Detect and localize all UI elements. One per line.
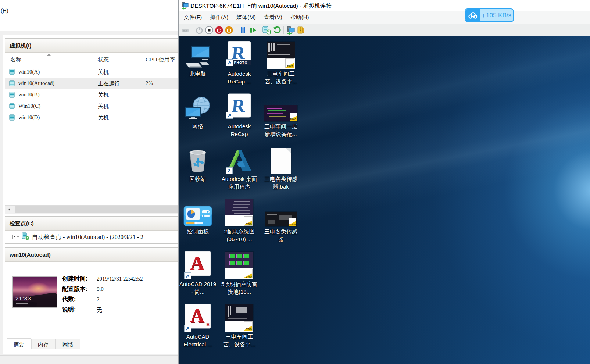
dwg-badge-icon: DWG xyxy=(244,269,253,278)
recycle-bin-icon xyxy=(179,144,217,174)
checkpoint-button[interactable] xyxy=(262,25,272,35)
shut-down-button[interactable] xyxy=(214,25,224,35)
vm-name: win10(Autocad) xyxy=(18,80,54,86)
desktop-icon-label: Autodesk ReCap xyxy=(220,122,258,138)
download-speed: ↓ 105 KB/s xyxy=(480,9,513,21)
checkpoint-current-item[interactable]: 当前 xyxy=(5,242,178,244)
dwg-badge-icon: DWG xyxy=(244,216,253,226)
column-divider[interactable] xyxy=(94,54,94,64)
checkpoint-tree-item[interactable]: 自动检查点 - win10(Autocad) - (2020/3/21 - 2 xyxy=(5,231,178,242)
desktop-icon-this-pc[interactable]: 此电脑 xyxy=(179,39,217,92)
menu-file[interactable]: 文件(F) xyxy=(180,11,206,24)
pause-button[interactable] xyxy=(238,25,248,35)
column-header-status[interactable]: 状态 xyxy=(98,56,109,63)
resume-button[interactable] xyxy=(248,25,258,35)
start-button[interactable] xyxy=(194,25,204,35)
vm-server-icon xyxy=(9,69,15,75)
dwg-preview xyxy=(225,252,253,268)
revert-button[interactable] xyxy=(272,25,282,35)
control-panel-icon xyxy=(179,197,217,226)
vmconnect-titlebar[interactable]: DESKTOP-6K74E1H 上的 win10(Autocad) - 虚拟机连… xyxy=(179,0,590,11)
download-arrow-icon: ↓ xyxy=(482,12,485,19)
desktop-icon-autodesk-recap-photo[interactable]: R PHOTO Autodesk ReCap ... xyxy=(220,39,258,92)
horizontal-scrollbar[interactable] xyxy=(5,205,178,214)
dwg-badge-icon: DWG xyxy=(290,113,297,121)
page-fold xyxy=(286,148,291,153)
tab-memory[interactable]: 内存 xyxy=(31,339,56,349)
menu-view[interactable]: 查看(V) xyxy=(260,11,286,24)
dwg-file-icon: DWG xyxy=(262,39,300,69)
dwg-preview xyxy=(225,199,253,215)
vm-cpu: 2% xyxy=(146,80,153,86)
turn-off-button[interactable] xyxy=(204,25,214,35)
desktop-icon-dwg-distribution-diagram[interactable]: DWG 2配电系统图(06~10) ... xyxy=(220,197,258,250)
desktop-icon-dwg-workshop[interactable]: DWG 三电车间工艺、设备平... xyxy=(220,302,258,355)
vm-screen-thumbnail[interactable]: 21:33 xyxy=(12,276,57,308)
tab-summary[interactable]: 摘要 xyxy=(7,338,31,349)
checkpoints-panel: 检查点(C) 自动检查点 - win10(Autocad) - (2020/3/… xyxy=(5,216,178,244)
column-header-cpu[interactable]: CPU 使用率 xyxy=(146,56,175,63)
vm-status: 关机 xyxy=(98,92,109,99)
detail-row: 配置版本: 9.0 xyxy=(62,285,172,296)
vm-status: 关机 xyxy=(98,103,109,110)
vmconnect-window: DESKTOP-6K74E1H 上的 win10(Autocad) - 虚拟机连… xyxy=(178,0,590,364)
vm-desktop[interactable]: 此电脑 网络 回收站 控制面板 xyxy=(179,36,590,364)
shortcut-arrow-icon xyxy=(226,112,233,118)
desktop-icon-dwg-lighting[interactable]: DWG 5照明插座防雷接地(18... xyxy=(220,250,258,302)
dwg-badge-icon: DWG xyxy=(289,218,296,226)
menu-item-help-fragment[interactable]: (H) xyxy=(1,7,8,14)
table-row-selected[interactable]: win10(Autocad) 正在运行 2% xyxy=(5,78,178,89)
desktop-icon-autocad-electrical[interactable]: AA E AutoCAD Electrical ... xyxy=(179,302,217,355)
table-row[interactable]: win10(A) 关机 xyxy=(5,66,178,78)
scrollbar-thumb[interactable] xyxy=(15,206,178,213)
detail-value: 2 xyxy=(97,296,100,303)
desktop-icon-label: Autodesk ReCap ... xyxy=(220,70,258,85)
desktop-icon-autodesk-desktop-app[interactable]: Autodesk 桌面应用程序 xyxy=(220,144,258,197)
detail-value: 9.0 xyxy=(97,286,104,292)
dwg-badge-icon: DWG xyxy=(244,321,253,331)
dwg-preview xyxy=(225,304,253,321)
desktop-icon-autodesk-recap[interactable]: R Autodesk ReCap xyxy=(220,92,258,144)
virtual-machines-panel-title: 虚拟机(I) xyxy=(5,39,178,53)
menu-media[interactable]: 媒体(M) xyxy=(232,11,260,24)
desktop-icon-label: 三电车间工艺、设备平... xyxy=(220,333,258,348)
desktop-icon-dwg-workshop-plan[interactable]: DWG 三电车间工艺、设备平... xyxy=(262,39,300,92)
detail-row: 说明: 无 xyxy=(62,306,172,316)
column-divider[interactable] xyxy=(142,54,142,64)
desktop-icon-control-panel[interactable]: 控制面板 xyxy=(179,197,217,250)
hyperv-statusbar xyxy=(0,355,178,364)
share-button[interactable] xyxy=(296,25,305,35)
table-row[interactable]: win10(B) 关机 xyxy=(5,89,178,100)
vm-server-icon xyxy=(9,103,15,110)
desktop-icon-autocad-2019[interactable]: AA AutoCAD 2019 - 简... xyxy=(179,250,217,302)
menu-action[interactable]: 操作(A) xyxy=(206,11,232,24)
svg-text:A: A xyxy=(190,305,204,326)
desktop-icon-label: 5照明插座防雷接地(18... xyxy=(220,280,258,296)
menu-help[interactable]: 帮助(H) xyxy=(286,11,313,24)
dwg-file-icon: DWG xyxy=(220,250,258,279)
desktop-icon-recycle-bin[interactable]: 回收站 xyxy=(179,144,217,197)
netdisk-speed-badge[interactable]: ↓ 105 KB/s xyxy=(465,8,514,22)
ctrl-alt-del-button[interactable] xyxy=(180,25,190,35)
desktop-icon-dwg-sensors[interactable]: DWG 三电各类传感器 xyxy=(262,197,300,250)
photo-banner: PHOTO xyxy=(230,60,251,65)
dwg-file-wide-icon: DWG xyxy=(262,92,300,121)
vm-server-icon xyxy=(9,114,15,121)
vm-details-body: 21:33 创建时间: 2019/12/31 22:42:52 配置版本: 9.… xyxy=(5,262,178,340)
enhanced-session-button[interactable] xyxy=(286,25,296,35)
dwg-file-icon: DWG xyxy=(220,302,258,332)
column-header-name[interactable]: 名称 xyxy=(10,56,21,63)
tree-collapse-icon[interactable] xyxy=(12,235,17,239)
scroll-left-button[interactable] xyxy=(5,206,15,214)
desktop-icon-dwg-first-floor[interactable]: DWG 三电车间一层新增设备配... xyxy=(262,92,300,144)
desktop-icon-label: 回收站 xyxy=(179,175,217,183)
table-row[interactable]: win10(D) 关机 xyxy=(5,112,178,123)
table-row[interactable]: Win10(C) 关机 xyxy=(5,100,178,112)
shut-down-guest-button[interactable] xyxy=(224,25,234,35)
desktop-icon-label: 控制面板 xyxy=(179,228,217,235)
vm-details-title: win10(Autocad) xyxy=(5,248,178,262)
desktop-icon-bak-file[interactable]: 三电各类传感器.bak xyxy=(262,144,300,197)
tab-network[interactable]: 网络 xyxy=(56,339,80,349)
desktop-icon-label: 三电车间一层新增设备配... xyxy=(262,122,300,138)
desktop-icon-network[interactable]: 网络 xyxy=(179,92,217,144)
